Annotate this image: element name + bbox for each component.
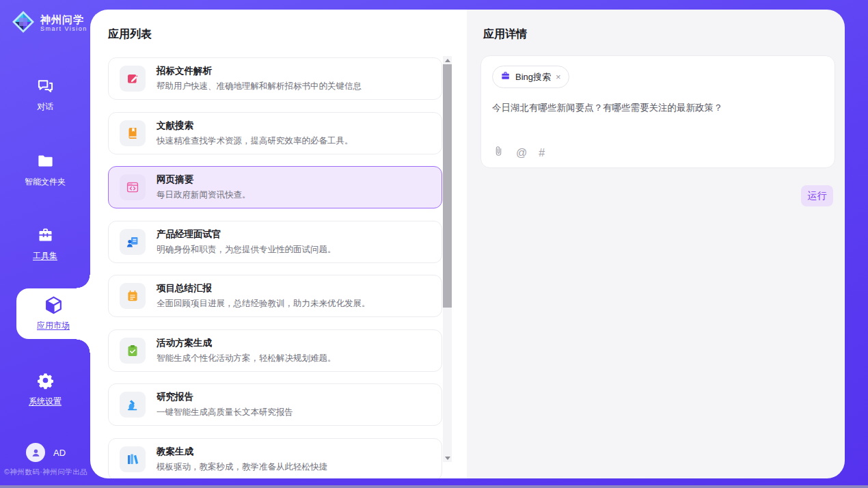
app-card-description: 一键智能生成高质量长文本研究报告 xyxy=(157,407,293,418)
user-profile[interactable]: AD xyxy=(26,443,66,462)
sidebar-item-smart-folder[interactable]: 智能文件夹 xyxy=(0,152,90,188)
run-button[interactable]: 运行 xyxy=(801,185,833,206)
app-card-title: 网页摘要 xyxy=(157,174,251,186)
book-icon xyxy=(120,120,146,146)
app-card-literature-search[interactable]: 文献搜索 快速精准查找学术资源，提高研究效率的必备工具。 xyxy=(108,112,442,154)
interviewer-icon xyxy=(120,229,146,255)
active-tab-curve-top xyxy=(77,275,90,288)
gear-icon xyxy=(36,371,55,392)
app-card-pm-interviewer[interactable]: 产品经理面试官 明确身份和职责，为您提供专业性的面试问题。 xyxy=(108,221,442,263)
sidebar-item-chat[interactable]: 对话 xyxy=(0,77,90,113)
avatar xyxy=(26,443,45,462)
sidebar-footer-copyright: ©神州数码·神州问学出品 xyxy=(0,467,96,477)
app-card-research-report[interactable]: 研究报告 一键智能生成高质量长文本研究报告 xyxy=(108,383,442,426)
app-card-list: 招标文件解析 帮助用户快速、准确地理解和解析招标书中的关键信息 文献搜索 快速精… xyxy=(108,57,442,478)
sidebar-item-label: 应用市场 xyxy=(16,320,90,331)
toolbox-icon xyxy=(36,226,55,247)
folder-icon xyxy=(36,152,55,173)
briefcase-icon xyxy=(500,70,511,83)
app-detail-title: 应用详情 xyxy=(483,27,527,42)
mention-icon[interactable]: @ xyxy=(516,148,527,159)
hashtag-icon[interactable]: # xyxy=(539,148,545,159)
app-list-panel: 应用列表 招标文件解析 帮助用户快速、准确地理解和解析招标书中的关键信息 xyxy=(90,10,467,478)
app-card-title: 产品经理面试官 xyxy=(157,228,336,241)
sidebar-item-app-market-active[interactable]: 应用市场 xyxy=(16,288,90,339)
sidebar-item-toolset[interactable]: 工具集 xyxy=(0,226,90,262)
clipboard-check-icon xyxy=(120,338,146,364)
app-card-description: 全面回顾项目进展，总结经验教训，助力未来优化发展。 xyxy=(157,298,370,310)
prompt-input-card[interactable]: Bing搜索 × 今日湖北有哪些新闻要点？有哪些需要关注的最新政策？ @ # xyxy=(480,55,835,168)
active-tab-curve-bottom xyxy=(77,339,90,353)
app-card-title: 教案生成 xyxy=(157,446,327,458)
app-card-description: 明确身份和职责，为您提供专业性的面试问题。 xyxy=(157,244,336,256)
brand-name: 神州问学 xyxy=(40,14,87,25)
cube-icon xyxy=(43,306,64,318)
app-card-web-summary-selected[interactable]: 网页摘要 每日政府新闻资讯快查。 xyxy=(108,166,442,208)
app-list-scrollbar[interactable] xyxy=(443,56,452,462)
microscope-icon xyxy=(120,392,146,418)
sidebar: 神州问学 Smart Vision 对话 智能文件夹 工具集 xyxy=(0,0,90,488)
app-card-title: 招标文件解析 xyxy=(157,65,362,77)
sidebar-item-settings[interactable]: 系统设置 xyxy=(0,371,90,407)
browser-code-icon xyxy=(120,174,146,200)
content-shell: 应用列表 招标文件解析 帮助用户快速、准确地理解和解析招标书中的关键信息 xyxy=(90,10,845,478)
brand: 神州问学 Smart Vision xyxy=(11,10,87,37)
edit-document-icon xyxy=(120,66,146,92)
app-card-title: 文献搜索 xyxy=(157,120,353,132)
brand-gem-icon xyxy=(11,10,36,37)
app-card-title: 研究报告 xyxy=(157,391,293,403)
app-card-lesson-plan[interactable]: 教案生成 模板驱动，教案秒成，教学准备从此轻松快捷 xyxy=(108,438,442,479)
app-card-event-plan[interactable]: 活动方案生成 智能生成个性化活动方案，轻松解决规划难题。 xyxy=(108,329,442,372)
books-icon xyxy=(120,446,146,472)
app-card-title: 活动方案生成 xyxy=(157,337,336,349)
bottom-edge xyxy=(0,485,868,488)
prompt-text[interactable]: 今日湖北有哪些新闻要点？有哪些需要关注的最新政策？ xyxy=(492,102,824,114)
app-card-description: 每日政府新闻资讯快查。 xyxy=(157,189,251,201)
chat-icon xyxy=(36,77,55,98)
app-card-project-summary[interactable]: 项目总结汇报 全面回顾项目进展，总结经验教训，助力未来优化发展。 xyxy=(108,275,442,317)
scrollbar-up-arrow-icon[interactable] xyxy=(443,56,452,64)
report-note-icon xyxy=(120,283,146,309)
tool-chip-label: Bing搜索 xyxy=(515,71,551,83)
scrollbar-down-arrow-icon[interactable] xyxy=(443,454,452,462)
sidebar-item-label: 工具集 xyxy=(0,250,90,262)
user-label: AD xyxy=(53,448,66,458)
app-card-bid-analysis[interactable]: 招标文件解析 帮助用户快速、准确地理解和解析招标书中的关键信息 xyxy=(108,57,442,100)
attachment-icon[interactable] xyxy=(493,146,504,160)
app-card-title: 项目总结汇报 xyxy=(157,282,370,295)
scrollbar-thumb[interactable] xyxy=(443,64,452,308)
app-card-description: 模板驱动，教案秒成，教学准备从此轻松快捷 xyxy=(157,461,327,473)
app-list-title: 应用列表 xyxy=(108,27,152,42)
chip-close-icon[interactable]: × xyxy=(556,72,561,81)
sidebar-item-label: 智能文件夹 xyxy=(0,176,90,188)
sidebar-item-label: 系统设置 xyxy=(0,396,90,407)
tool-chip-bing-search[interactable]: Bing搜索 × xyxy=(492,66,569,88)
app-card-description: 智能生成个性化活动方案，轻松解决规划难题。 xyxy=(157,353,336,364)
app-card-description: 快速精准查找学术资源，提高研究效率的必备工具。 xyxy=(157,135,353,147)
brand-subtitle: Smart Vision xyxy=(40,25,87,33)
input-toolbar: @ # xyxy=(493,146,545,160)
app-card-description: 帮助用户快速、准确地理解和解析招标书中的关键信息 xyxy=(157,81,362,92)
sidebar-item-label: 对话 xyxy=(0,101,90,113)
app-detail-panel: 应用详情 Bing搜索 × 今日湖北有哪些新闻要点？有哪些需要关注的最新政策？ xyxy=(467,10,845,478)
